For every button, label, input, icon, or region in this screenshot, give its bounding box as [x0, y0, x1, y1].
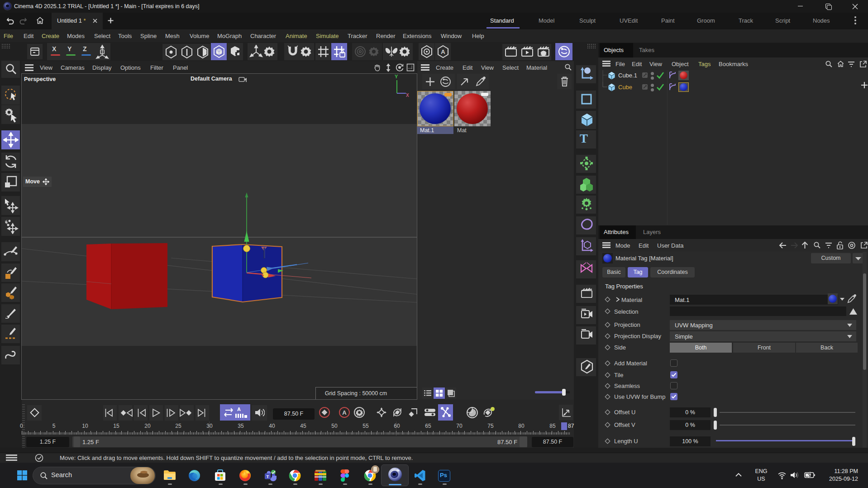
svg-text:A: A [342, 409, 347, 416]
svg-text:T: T [267, 474, 269, 479]
svg-text:A: A [441, 48, 445, 55]
svg-text:X: X [406, 93, 409, 98]
svg-text:Y: Y [395, 74, 398, 79]
